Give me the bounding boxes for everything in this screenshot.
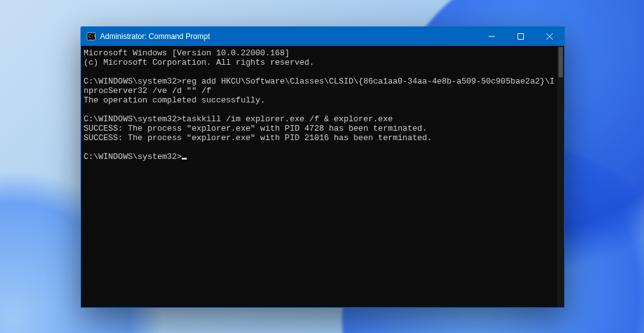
terminal-line: SUCCESS: The process "explorer.exe" with… bbox=[84, 124, 555, 133]
terminal-prompt-line: C:\WINDOWS\system32> bbox=[84, 152, 555, 161]
minimize-button[interactable] bbox=[477, 27, 506, 46]
maximize-button[interactable] bbox=[506, 27, 535, 46]
terminal-prompt: C:\WINDOWS\system32> bbox=[84, 152, 182, 161]
terminal-output[interactable]: Microsoft Windows [Version 10.0.22000.16… bbox=[81, 46, 557, 307]
scrollbar-thumb[interactable] bbox=[558, 47, 563, 77]
command-prompt-window: C:\ Administrator: Command Prompt Micros… bbox=[80, 26, 565, 308]
terminal-line bbox=[84, 67, 555, 77]
terminal-line: SUCCESS: The process "explorer.exe" with… bbox=[84, 133, 555, 143]
window-title: Administrator: Command Prompt bbox=[100, 32, 210, 41]
cmd-icon: C:\ bbox=[86, 31, 96, 41]
terminal-line: C:\WINDOWS\system32>reg add HKCU\Softwar… bbox=[84, 77, 555, 96]
terminal-cursor bbox=[182, 158, 187, 160]
svg-rect-3 bbox=[518, 34, 524, 40]
titlebar[interactable]: C:\ Administrator: Command Prompt bbox=[81, 27, 564, 46]
terminal-line: The operation completed successfully. bbox=[84, 96, 555, 105]
close-button[interactable] bbox=[535, 27, 564, 46]
terminal-line: C:\WINDOWS\system32>taskkill /im explore… bbox=[84, 114, 555, 124]
terminal-line bbox=[84, 143, 555, 152]
scrollbar[interactable] bbox=[557, 46, 564, 307]
svg-text:C:\: C:\ bbox=[89, 34, 96, 39]
terminal-line: Microsoft Windows [Version 10.0.22000.16… bbox=[84, 48, 555, 58]
terminal-line: (c) Microsoft Corporation. All rights re… bbox=[84, 58, 555, 67]
terminal-line bbox=[84, 105, 555, 114]
